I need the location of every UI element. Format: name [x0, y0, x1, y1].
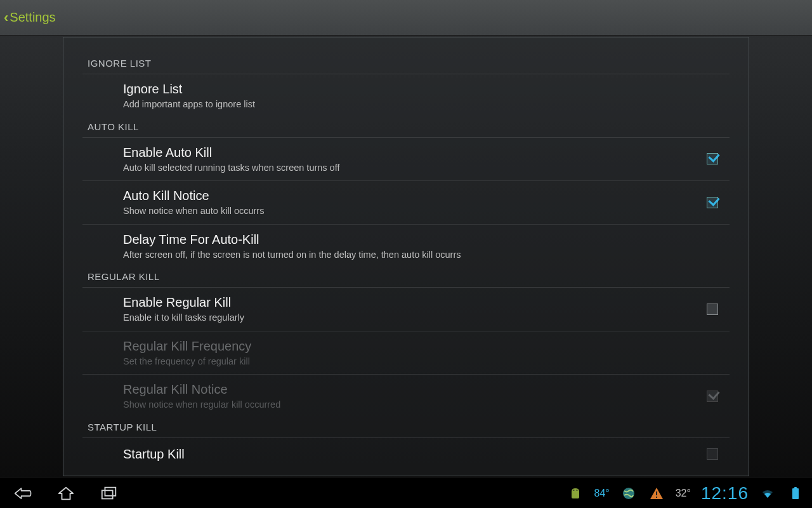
android-icon[interactable]: [566, 485, 584, 502]
svg-point-3: [576, 490, 577, 491]
row-subtitle: Set the frequency of regular kill: [123, 356, 718, 368]
row-title: Regular Kill Notice: [123, 381, 697, 398]
svg-point-4: [623, 488, 634, 499]
svg-rect-5: [656, 491, 657, 495]
row-subtitle: Add important apps to ignore list: [123, 98, 718, 111]
checkbox-startup-kill[interactable]: [707, 448, 718, 460]
row-enable-auto-kill[interactable]: Enable Auto Kill Auto kill selected runn…: [82, 138, 730, 182]
section-startup-kill: STARTUP KILL: [82, 418, 730, 438]
settings-scroll[interactable]: IGNORE LIST Ignore List Add important ap…: [63, 54, 749, 476]
recents-icon[interactable]: [100, 485, 118, 502]
settings-panel: IGNORE LIST Ignore List Add important ap…: [63, 37, 749, 476]
svg-rect-1: [105, 487, 115, 495]
row-startup-kill[interactable]: Startup Kill: [82, 438, 730, 464]
wifi-icon[interactable]: [759, 485, 776, 502]
clock[interactable]: 12:16: [701, 483, 749, 504]
checkbox-enable-auto-kill[interactable]: [707, 153, 718, 164]
svg-rect-6: [656, 497, 657, 498]
row-regular-kill-notice: Regular Kill Notice Show notice when reg…: [82, 375, 730, 418]
row-auto-kill-notice[interactable]: Auto Kill Notice Show notice when auto k…: [82, 181, 730, 225]
row-enable-regular-kill[interactable]: Enable Regular Kill Enable it to kill ta…: [82, 288, 730, 331]
row-title: Regular Kill Frequency: [123, 338, 718, 354]
temperature-1[interactable]: 84°: [594, 488, 610, 499]
warning-icon[interactable]: [648, 485, 665, 502]
svg-rect-0: [102, 490, 113, 498]
row-delay-auto-kill[interactable]: Delay Time For Auto-Kill After screen of…: [82, 225, 730, 268]
checkbox-enable-regular-kill[interactable]: [707, 304, 718, 315]
action-bar: ‹ Settings: [0, 0, 812, 36]
row-subtitle: Show notice when auto kill occurrs: [123, 205, 697, 218]
globe-icon[interactable]: [620, 485, 638, 502]
content-area: IGNORE LIST Ignore List Add important ap…: [0, 36, 812, 478]
section-regular-kill: REGULAR KILL: [82, 267, 730, 288]
page-title[interactable]: Settings: [10, 10, 55, 25]
row-subtitle: After screen off, if the screen is not t…: [123, 249, 718, 262]
back-icon[interactable]: [14, 485, 32, 502]
battery-icon[interactable]: [787, 485, 804, 502]
row-title: Enable Regular Kill: [123, 294, 697, 311]
row-subtitle: Enable it to kill tasks regularly: [123, 312, 697, 324]
svg-rect-8: [794, 487, 797, 489]
row-title: Auto Kill Notice: [123, 187, 697, 204]
row-title: Ignore List: [123, 81, 718, 97]
section-ignore-list: IGNORE LIST: [82, 54, 730, 74]
row-regular-kill-frequency: Regular Kill Frequency Set the frequency…: [82, 331, 730, 375]
system-navbar: 84° 32° 12:16: [0, 478, 812, 508]
row-title: Enable Auto Kill: [123, 144, 697, 161]
svg-point-2: [573, 490, 574, 491]
home-icon[interactable]: [57, 485, 75, 502]
svg-rect-7: [792, 488, 799, 499]
row-title: Delay Time For Auto-Kill: [123, 231, 718, 248]
checkbox-regular-kill-notice: [707, 391, 718, 402]
checkbox-auto-kill-notice[interactable]: [707, 197, 718, 208]
row-subtitle: Show notice when regular kill occurred: [123, 399, 697, 411]
section-auto-kill: AUTO KILL: [82, 117, 730, 138]
row-subtitle: Auto kill selected running tasks when sc…: [123, 162, 697, 175]
temperature-2[interactable]: 32°: [676, 488, 691, 499]
row-title: Startup Kill: [123, 446, 697, 462]
row-ignore-list[interactable]: Ignore List Add important apps to ignore…: [82, 74, 730, 117]
back-caret-icon[interactable]: ‹: [4, 10, 8, 26]
